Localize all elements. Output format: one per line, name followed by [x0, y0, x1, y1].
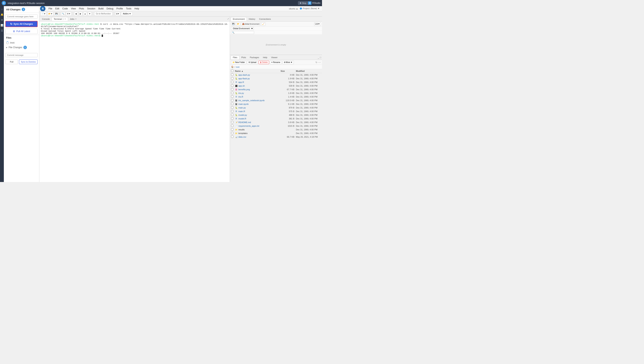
file-checkbox-cell[interactable] — [231, 95, 235, 98]
file-name-8[interactable]: 📓 main.ipynb — [235, 103, 280, 105]
file-name-7[interactable]: 📓 iris_sample_notebook.ipynb — [235, 99, 280, 102]
rename-btn[interactable]: ✏ Rename — [270, 61, 282, 64]
tab-files[interactable]: Files — [231, 56, 239, 59]
file-name-3[interactable]: ⬛ app.sh — [235, 84, 280, 87]
file-changes-row[interactable]: ▶ File Changes 1 — [6, 45, 37, 50]
tab-history[interactable]: History — [247, 17, 257, 21]
delete-btn[interactable]: 🗑 Delete — [258, 61, 269, 64]
pull-button[interactable]: Pull — [5, 60, 18, 64]
menu-view[interactable]: View — [70, 7, 78, 10]
file-name-17[interactable]: 📊 data.csv — [235, 135, 280, 138]
tab-terminal[interactable]: Terminal 1 ✕ — [52, 17, 68, 21]
env-list-btn[interactable]: List ▼ — [314, 22, 321, 26]
file-checkbox-cell[interactable] — [231, 92, 235, 94]
tab-viewer[interactable]: Viewer — [269, 56, 280, 59]
grid-btn[interactable]: ⊞▼ — [115, 12, 120, 16]
file-checkbox-cell[interactable] — [231, 132, 235, 135]
sidebar-chart-icon[interactable]: 📊 — [0, 24, 4, 27]
sidebar-home-icon[interactable]: ⌂ — [0, 8, 4, 11]
file-name-5[interactable]: 🐍 iris.py — [235, 92, 280, 94]
global-env-selector[interactable]: Global Environment — [230, 27, 322, 31]
files-options-btn[interactable]: ⋯ — [318, 61, 321, 64]
files-maximize-btn[interactable]: □ — [320, 56, 321, 59]
file-checkbox-cell[interactable] — [231, 110, 235, 113]
file-checkbox-cell[interactable] — [231, 128, 235, 131]
file-checkbox-12[interactable] — [231, 117, 234, 120]
file-checkbox-cell[interactable] — [231, 106, 235, 109]
file-checkbox-cell[interactable] — [231, 103, 235, 105]
menu-file[interactable]: File — [47, 7, 54, 10]
file-name-0[interactable]: 🐍 app-dash.py — [235, 74, 280, 76]
tab-jobs[interactable]: Jobs ✕ — [68, 17, 79, 21]
menu-plots[interactable]: Plots — [78, 7, 86, 10]
tab-packages[interactable]: Packages — [248, 56, 261, 59]
file-name-13[interactable]: 📝 README.md — [235, 121, 280, 124]
file-checkbox-cell[interactable] — [231, 77, 235, 80]
file-name-11[interactable]: 🐍 model.py — [235, 114, 280, 116]
file-checkbox-cell[interactable] — [231, 74, 235, 76]
file-checkbox-16[interactable] — [231, 132, 234, 134]
tab-plots[interactable]: Plots — [239, 56, 248, 59]
save-btn[interactable]: 💾 — [54, 12, 58, 16]
file-checkbox-11[interactable] — [231, 114, 234, 116]
menu-profile[interactable]: Profile — [115, 7, 124, 10]
tab-connections[interactable]: Connections — [257, 17, 273, 21]
menu-tools[interactable]: Tools — [124, 7, 133, 10]
toolbar-btn-2[interactable]: ⚙▼ — [66, 12, 72, 16]
file-name-9[interactable]: 🐍 main.py — [235, 106, 280, 109]
upload-btn[interactable]: ⬆ Upload — [247, 61, 258, 64]
terminal-close-icon[interactable]: ✕ — [64, 18, 66, 20]
file-checkbox-cell[interactable] — [231, 84, 235, 87]
file-checkbox-5[interactable] — [231, 92, 234, 94]
goto-file-btn[interactable]: Go to file/function — [94, 12, 112, 16]
file-checkbox-cell[interactable] — [231, 99, 235, 102]
file-checkbox-17[interactable] — [231, 135, 234, 138]
file-name-6[interactable]: R iris.R — [235, 95, 280, 98]
select-all-input[interactable] — [231, 70, 234, 72]
addins-btn[interactable]: Addins ▼ — [121, 12, 132, 16]
env-save-btn[interactable]: 💾 — [231, 22, 235, 26]
env-import-btn[interactable]: 📥 Global Environment — [241, 22, 260, 26]
col-name-header[interactable]: Name ▲ — [235, 70, 280, 72]
file-name-2[interactable]: R app.R — [235, 81, 280, 84]
sidebar-settings-icon[interactable]: ⚙ — [0, 19, 4, 22]
tab-environment[interactable]: Environment — [231, 17, 247, 21]
sidebar-menu-icon[interactable]: ☰ — [0, 29, 4, 32]
file-checkbox-15[interactable] — [231, 128, 234, 130]
file-checkbox-cell[interactable] — [231, 88, 235, 91]
more-btn[interactable]: ⚙ More ▼ — [282, 61, 294, 64]
file-checkbox-cell[interactable] — [231, 135, 235, 138]
file-checkbox-14[interactable] — [231, 125, 234, 127]
sync-all-button[interactable]: ↻ Sync All Changes — [5, 21, 38, 27]
menu-help[interactable]: Help — [133, 7, 141, 10]
file-checkbox-7[interactable] — [231, 99, 234, 101]
file-checkbox-8[interactable] — [231, 103, 234, 105]
file-checkbox-0[interactable] — [231, 74, 234, 76]
menu-code[interactable]: Code — [61, 7, 70, 10]
file-name-10[interactable]: R main.R — [235, 110, 280, 113]
file-checkbox-10[interactable] — [231, 110, 234, 112]
maximize-terminal-btn[interactable]: ⤢ — [227, 18, 229, 20]
file-checkbox-cell[interactable] — [231, 81, 235, 84]
new-file-btn[interactable]: 📄▼ — [40, 12, 46, 16]
stop-button[interactable]: Stop — [298, 1, 308, 5]
file-checkbox-1[interactable] — [231, 77, 234, 79]
file-checkbox-9[interactable] — [231, 106, 234, 109]
jobs-close-icon[interactable]: ✕ — [75, 18, 77, 20]
tab-help[interactable]: Help — [261, 56, 269, 59]
up-btn[interactable]: ▲ — [83, 12, 87, 16]
commit-message-input[interactable] — [5, 15, 38, 19]
file-checkbox-13[interactable] — [231, 121, 234, 123]
open-file-btn[interactable]: 📂▼ — [47, 12, 54, 16]
file-checkbox-2[interactable] — [231, 81, 234, 83]
file-name-12[interactable]: R model.R — [235, 117, 280, 120]
left-btn[interactable]: ◀ — [74, 12, 78, 16]
files-refresh-btn[interactable]: ↻ — [316, 61, 318, 64]
file-checkbox-cell[interactable] — [231, 125, 235, 127]
file-checkbox-cell[interactable] — [231, 114, 235, 116]
menu-debug[interactable]: Debug — [105, 7, 115, 10]
right-btn[interactable]: ▶ — [79, 12, 82, 16]
file-name-15[interactable]: 📁 results — [235, 128, 280, 131]
env-open-btn[interactable]: 📂 — [236, 22, 240, 26]
pull-all-button[interactable]: ⬇ Pull All Latest — [5, 29, 38, 34]
